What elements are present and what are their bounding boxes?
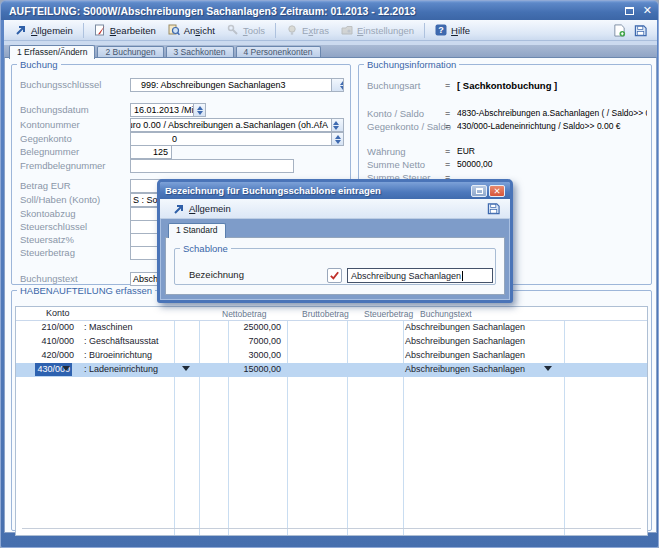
buchungsschluessel-combo[interactable]: 999: Abschreibungen Sachanlagen3 [130, 78, 344, 92]
spinner-control[interactable] [331, 133, 343, 145]
table-row-selected[interactable]: 430/000 : Ladeneinrichtung 15000,00 Absc… [16, 363, 647, 377]
table-row[interactable]: 420/000 : Büroeinrichtung 3000,00 Abschr… [16, 349, 647, 363]
menu-item-tools[interactable]: Tools [222, 22, 270, 38]
konto-saldo-label: Konto / Saldo [367, 108, 424, 119]
konto-cell: 410/000 [28, 336, 74, 346]
menubar: Allgemein Bearbeiten Ansicht Tools Extra… [4, 20, 657, 41]
buchungsdatum-value: 16.01.2013 /Mi [131, 105, 194, 115]
menu-separator [275, 23, 276, 38]
konto-cell: 420/000 [28, 350, 74, 360]
dialog-close-icon[interactable]: ✕ [489, 185, 505, 197]
dialog-menu-item-allgemein[interactable]: Allgemein [168, 201, 236, 217]
buchung-legend: Buchung [17, 59, 61, 70]
spinner-control[interactable] [331, 119, 343, 131]
kontoname-cell: : Büroeinrichtung [84, 350, 152, 360]
equals-symbol: = [445, 146, 450, 156]
text-caret [462, 271, 463, 281]
buchungstext-label: Buchungstext [20, 273, 78, 284]
waehrung-value: EUR [457, 146, 647, 156]
summe-netto-value: 50000,00 [457, 159, 647, 169]
nettobetrag-cell: 7000,00 [201, 336, 281, 346]
check-icon [329, 270, 340, 281]
fremdbelegnummer-label: Fremdbelegnummer [20, 160, 106, 171]
table-bottom-divider [22, 528, 641, 529]
kontoname-cell: : Geschäftsausstat [84, 336, 159, 346]
gegenkonto-value: 0 [131, 134, 177, 144]
dialog-tab-standard[interactable]: 1 Standard [168, 223, 226, 238]
kontoname-cell: : Ladeneinrichtung [84, 364, 158, 374]
nettobetrag-cell: 3000,00 [201, 350, 281, 360]
waehrung-label: Währung [367, 146, 406, 157]
gegenkonto-saldo-label: Gegenkonto / Saldo [367, 121, 451, 132]
steuersatz-label: Steuersatz% [20, 234, 74, 245]
fremdbelegnummer-field[interactable] [130, 159, 294, 173]
table-row[interactable]: 410/000 : Geschäftsausstat 7000,00 Absch… [16, 335, 647, 349]
close-icon[interactable]: ✕ [643, 5, 652, 16]
menu-item-ansicht[interactable]: Ansicht [163, 22, 220, 38]
wrench-icon [227, 24, 239, 36]
konto-saldo-value: 4830-Abschreibungen a.Sachanlagen ( / Sa… [457, 108, 647, 118]
dropdown-arrow-icon[interactable] [544, 366, 552, 375]
bezeichnung-label: Bezeichnung [189, 269, 244, 280]
buchungsschluessel-label: Buchungsschlüssel [20, 79, 101, 90]
gegenkonto-combo[interactable]: 0 [130, 132, 344, 146]
habenaufteilung-group: HABENAUFTEILUNG erfassen Konto Nettobetr… [11, 285, 652, 531]
menu-item-extras[interactable]: Extras [281, 22, 334, 38]
steuerbetrag-label: Steuerbetrag [20, 247, 75, 258]
arrow-up-right-icon [173, 203, 185, 215]
steuerschluessel-label: Steuerschlüssel [20, 221, 87, 232]
equals-symbol: = [445, 80, 450, 90]
buchungstext-cell: Abschreibungen Sachanlagen [405, 322, 525, 332]
edit-document-icon [94, 24, 106, 36]
belegnummer-label: Belegnummer [20, 146, 79, 157]
steuerbetrag-column-header: Steuerbetrag [364, 309, 413, 319]
tab-erfassen-aendern[interactable]: 1 Erfassen/Ändern [9, 45, 95, 59]
dialog-titlebar: Bezeichnung für Buchungsschablone eintra… [160, 182, 510, 199]
svg-text:?: ? [438, 25, 444, 35]
dialog-title: Bezeichnung für Buchungsschablone eintra… [165, 185, 381, 196]
dialog-restore-icon[interactable] [471, 185, 487, 197]
spinner-control[interactable] [331, 79, 343, 91]
kontonummer-value: 4830: Euro 0.00 / Abschreibungen a.Sacha… [130, 120, 331, 130]
table-header-row: Konto Nettobetrag Bruttobetrag Steuerbet… [16, 307, 647, 321]
gegenkonto-label: Gegenkonto [20, 133, 72, 144]
buchungsart-value: [ Sachkontobuchung ] [457, 80, 647, 91]
dropdown-arrow-icon[interactable] [182, 366, 190, 375]
dialog-save-icon[interactable] [487, 202, 500, 215]
bezeichnung-value: Abschreibung Sachanlagen [351, 271, 461, 281]
confirm-button[interactable] [327, 268, 342, 283]
skontoabzug-label: Skontoabzug [20, 208, 75, 219]
menu-item-allgemein[interactable]: Allgemein [10, 22, 78, 38]
spinner-control[interactable] [193, 104, 205, 116]
buchungsart-label: Buchungsart [367, 80, 420, 91]
buchungsinformation-legend: Buchungsinformation [364, 59, 459, 70]
belegnummer-field[interactable]: 125 [130, 145, 172, 159]
titlebar: AUFTEILUNG: S000W/Abschreibungen Sachanl… [1, 1, 659, 20]
magnifier-icon [168, 24, 180, 36]
konto-column-header: Konto [46, 308, 70, 318]
buchungsschluessel-value: 999: Abschreibungen Sachanlagen3 [131, 80, 286, 90]
menu-item-hilfe[interactable]: ? Hilfe [430, 22, 475, 38]
bezeichnung-input[interactable]: Abschreibung Sachanlagen [347, 268, 493, 283]
buchungsdatum-field[interactable]: 16.01.2013 /Mi [130, 103, 206, 117]
kontonummer-combo[interactable]: 4830: Euro 0.00 / Abschreibungen a.Sacha… [130, 118, 344, 132]
menu-item-bearbeiten[interactable]: Bearbeiten [89, 22, 161, 38]
app-window: AUFTEILUNG: S000W/Abschreibungen Sachanl… [0, 0, 659, 548]
table-row[interactable]: 210/000 : Maschinen 25000,00 Abschreibun… [16, 321, 647, 335]
equals-symbol: = [445, 159, 450, 169]
buchungstext-cell: Abschreibungen Sachanlagen [405, 364, 525, 374]
menu-separator [424, 23, 425, 38]
arrow-up-right-icon [15, 24, 27, 36]
new-document-icon[interactable] [613, 24, 626, 37]
save-icon[interactable] [634, 24, 647, 37]
nettobetrag-cell: 25000,00 [201, 322, 281, 332]
kontonummer-label: Kontonummer [20, 119, 80, 130]
menu-item-einstellungen[interactable]: Einstellungen [336, 22, 419, 38]
settings-folder-icon [341, 24, 353, 36]
menu-separator [83, 23, 84, 38]
buchungstext-column-header: Buchungstext [420, 309, 472, 319]
buchungsdatum-label: Buchungsdatum [20, 104, 89, 115]
nettobetrag-cell: 15000,00 [201, 364, 281, 374]
restore-icon[interactable] [625, 7, 634, 15]
dropdown-arrow-icon[interactable] [62, 366, 70, 375]
